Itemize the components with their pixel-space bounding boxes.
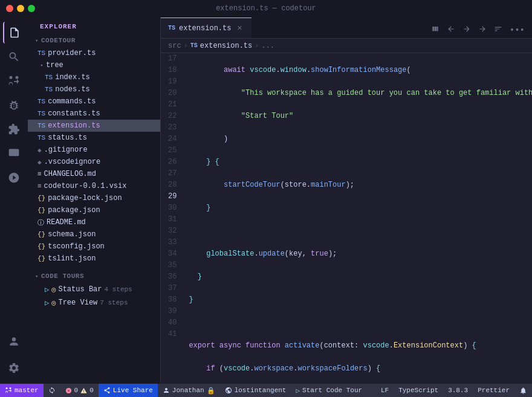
maximize-button[interactable] <box>28 5 35 12</box>
code-line: if (vscode.workspace.workspaceFolders) { <box>189 363 532 375</box>
ts-version-section[interactable]: 3.8.3 <box>443 387 473 394</box>
list-item[interactable]: ≡ codetour-0.0.1.vsix <box>28 180 160 192</box>
file-name: status.ts <box>48 134 87 142</box>
code-content[interactable]: await vscode.window.showInformationMessa… <box>181 53 532 384</box>
file-name: constants.ts <box>48 109 100 118</box>
sidebar-title: EXPLORER <box>28 17 160 34</box>
list-item[interactable]: TS status.ts <box>28 132 160 144</box>
list-item[interactable]: ≡ CHANGELOG.md <box>28 168 160 180</box>
list-item[interactable]: {} tsconfig.json <box>28 240 160 253</box>
window-controls <box>6 5 35 12</box>
file-name: CHANGELOG.md <box>44 170 96 178</box>
list-item[interactable]: {} tslint.json <box>28 253 160 265</box>
ts-version: 3.8.3 <box>448 387 468 394</box>
ts-file-icon: TS <box>37 98 45 105</box>
files-activity-icon[interactable] <box>3 22 25 44</box>
active-tab[interactable]: TS extension.ts × <box>161 18 251 38</box>
live-share-label: Live Share <box>113 387 153 394</box>
code-tours-section-header[interactable]: ▾ CODE TOURS <box>28 270 160 283</box>
ts-file-icon: TS <box>37 122 45 129</box>
forward-back-button[interactable] <box>460 22 473 38</box>
codetour-chevron: ▾ <box>33 36 41 45</box>
notifications-section[interactable] <box>514 387 532 395</box>
tree-folder-arrow: ▾ <box>37 61 46 69</box>
code-line: export async function activate(context: … <box>189 340 532 352</box>
list-item[interactable]: ▾ tree <box>28 59 160 71</box>
split-editor-button[interactable] <box>429 22 442 38</box>
start-tour-section[interactable]: ▷ Start Code Tour <box>291 384 367 397</box>
settings-activity-icon[interactable] <box>3 357 25 379</box>
file-name: codetour-0.0.1.vsix <box>44 182 127 190</box>
line-numbers: 17 18 19 20 21 22 23 24 25 26 27 28 29 3… <box>161 53 181 384</box>
list-item[interactable]: {} schema.json <box>28 228 160 240</box>
remote-host-icon <box>225 387 232 394</box>
list-item[interactable]: TS commands.ts <box>28 95 160 108</box>
live-share-section[interactable]: Live Share <box>99 384 158 397</box>
minimize-button[interactable] <box>17 5 24 12</box>
forward-button[interactable] <box>476 22 489 38</box>
line-ending-section[interactable]: LF <box>376 387 394 394</box>
list-item[interactable]: {} package-lock.json <box>28 192 160 204</box>
close-button[interactable] <box>6 5 13 12</box>
git-branch-icon <box>5 387 12 394</box>
list-item[interactable]: ◆ .vscodeignore <box>28 156 160 168</box>
file-name: .gitignore <box>44 146 88 154</box>
debug-activity-icon[interactable] <box>3 94 25 116</box>
file-name: nodes.ts <box>55 85 90 94</box>
tab-close-button[interactable]: × <box>235 24 244 33</box>
codetour-section-header[interactable]: ▾ CODETOUR <box>28 34 160 47</box>
file-name: tslint.json <box>48 254 96 263</box>
error-count: 0 <box>74 387 79 394</box>
list-item[interactable]: {} package.json <box>28 204 160 216</box>
remote-activity-icon[interactable] <box>3 143 25 164</box>
language-section[interactable]: TypeScript <box>394 387 443 394</box>
ts-file-icon: TS <box>37 110 45 117</box>
code-line <box>189 317 532 329</box>
list-item[interactable]: TS extension.ts <box>28 120 160 132</box>
status-right: LF TypeScript 3.8.3 Prettier <box>376 387 532 395</box>
source-control-activity-icon[interactable] <box>3 70 25 92</box>
breadcrumb: src › TS extension.ts › ... <box>161 39 532 53</box>
breadcrumb-filename: extension.ts <box>200 42 252 50</box>
tree-view-tour-item[interactable]: ▷ ◎ Tree View 7 steps <box>28 296 160 309</box>
file-tree: ▾ CODETOUR TS provider.ts ▾ tree TS inde… <box>28 34 160 384</box>
code-editor[interactable]: 17 18 19 20 21 22 23 24 25 26 27 28 29 3… <box>161 53 532 384</box>
remote-section[interactable]: lostintangent <box>220 384 291 397</box>
errors-section[interactable]: 0 0 <box>60 384 99 397</box>
folder-name: tree <box>46 61 63 69</box>
tab-file-type: TS <box>168 25 175 31</box>
username: Jonathan <box>172 387 204 394</box>
code-tours-chevron: ▾ <box>33 272 41 280</box>
list-item[interactable]: TS nodes.ts <box>28 83 160 95</box>
breadcrumb-ellipsis: ... <box>261 42 274 50</box>
list-item[interactable]: ⓘ README.md <box>28 216 160 228</box>
account-activity-icon[interactable] <box>3 331 25 352</box>
tab-actions: ••• <box>429 22 532 38</box>
user-section[interactable]: Jonathan 🔒 <box>158 384 220 397</box>
git-branch-section[interactable]: master <box>0 384 44 397</box>
tour-name: Status Bar <box>58 285 102 294</box>
extensions-activity-icon[interactable] <box>3 118 25 140</box>
codetour-activity-icon[interactable] <box>3 167 25 189</box>
sync-section[interactable] <box>44 384 60 397</box>
code-line: "This workspace has a guided tour you ca… <box>189 88 532 99</box>
title-bar: extension.ts — codetour <box>0 0 532 17</box>
list-item[interactable]: TS constants.ts <box>28 108 160 120</box>
live-share-icon <box>103 387 111 394</box>
formatter-section[interactable]: Prettier <box>473 387 514 394</box>
open-editors-button[interactable] <box>491 22 505 38</box>
status-bar-tour-item[interactable]: ▷ ◎ Status Bar 4 steps <box>28 283 160 296</box>
list-item[interactable]: ◆ .gitignore <box>28 144 160 156</box>
tour-name: Tree View <box>58 299 97 307</box>
more-actions-button[interactable]: ••• <box>507 23 527 37</box>
sync-icon <box>48 387 56 394</box>
start-tour-label: Start Code Tour <box>302 387 362 394</box>
play-icon: ▷ <box>296 387 300 395</box>
back-button[interactable] <box>444 22 458 38</box>
code-line: "Start Tour" <box>189 111 532 122</box>
list-item[interactable]: TS index.ts <box>28 71 160 83</box>
json-file-icon: {} <box>37 195 45 202</box>
search-activity-icon[interactable] <box>3 46 25 68</box>
editor-area: TS extension.ts × <box>161 17 532 384</box>
list-item[interactable]: TS provider.ts <box>28 47 160 59</box>
